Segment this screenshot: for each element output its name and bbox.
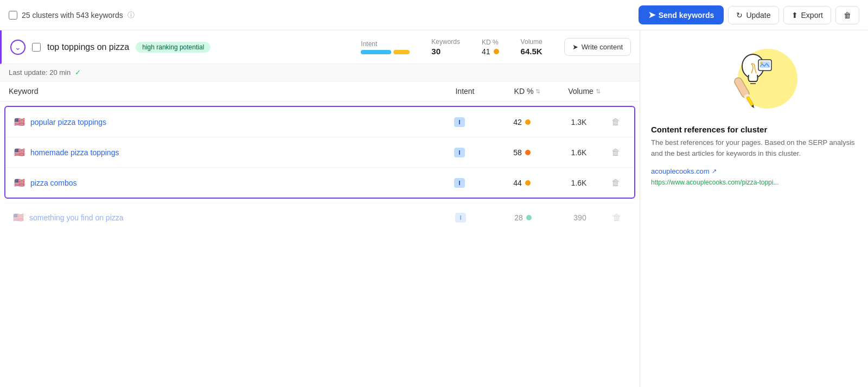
cluster-expand-button[interactable]: ⌄ xyxy=(10,40,25,55)
kd-filter-icon[interactable]: ⇅ xyxy=(535,88,540,95)
ref-url-text: https://www.acouplecooks.com/pizza-toppi… xyxy=(651,179,857,186)
info-icon[interactable]: ⓘ xyxy=(127,10,135,20)
kd-dot-icon xyxy=(525,119,531,125)
intent-badge: I xyxy=(454,148,464,157)
keywords-count: 30 xyxy=(431,47,441,56)
cluster-summary-text: 25 clusters with 543 keywords xyxy=(22,11,123,20)
intent-badge: I xyxy=(454,178,464,188)
kd-column-header: KD % ⇅ xyxy=(497,87,557,96)
intent-cell: I xyxy=(427,148,492,157)
table-row: 🇺🇸 popular pizza toppings I 42 1.3K 🗑 xyxy=(5,107,634,137)
delete-keyword-button[interactable]: 🗑 xyxy=(606,148,626,157)
kd-cell: 44 xyxy=(492,179,552,187)
last-update-bar: Last update: 20 min ✓ xyxy=(0,64,640,81)
delete-keyword-button[interactable]: 🗑 xyxy=(606,117,626,127)
keyword-column-header: Keyword xyxy=(9,87,432,96)
right-panel: Content references for cluster The best … xyxy=(640,30,868,387)
table-row: 🇺🇸 pizza combos I 44 1.6K 🗑 xyxy=(5,168,634,198)
check-icon: ✓ xyxy=(75,68,81,77)
intent-bar-yellow xyxy=(393,50,410,54)
kd-number: 41 xyxy=(482,47,490,56)
content-references-section: Content references for cluster The best … xyxy=(651,125,857,186)
left-panel: ⌄ top toppings on pizza high ranking pot… xyxy=(0,30,640,387)
refresh-icon: ↻ xyxy=(736,11,743,20)
kd-number: 28 xyxy=(514,213,523,222)
intent-cell: I xyxy=(428,213,493,223)
intent-label: Intent xyxy=(361,40,377,48)
cluster-meta: Intent Keywords 30 KD % 41 xyxy=(361,38,631,56)
ref-site-link[interactable]: acouplecooks.com ↗ xyxy=(651,167,857,175)
write-icon: ➤ xyxy=(572,43,578,51)
summary-section: 25 clusters with 543 keywords ⓘ xyxy=(9,10,135,20)
update-button[interactable]: ↻ Update xyxy=(728,6,778,24)
intent-bars xyxy=(361,50,410,54)
kd-label: KD % xyxy=(482,39,499,46)
kd-dot-icon xyxy=(526,215,532,220)
flag-icon: 🇺🇸 xyxy=(14,117,25,127)
intent-cell: I xyxy=(427,117,492,127)
volume-cell: 1.3K xyxy=(552,118,606,126)
kd-cell: 42 xyxy=(492,118,552,126)
main-layout: ⌄ top toppings on pizza high ranking pot… xyxy=(0,30,868,387)
keywords-label: Keywords xyxy=(431,38,460,46)
delete-keyword-button[interactable]: 🗑 xyxy=(607,213,627,223)
content-ref-title: Content references for cluster xyxy=(651,125,857,134)
intent-badge: I xyxy=(455,213,465,223)
kd-cell: 58 xyxy=(492,148,552,157)
illustration-area xyxy=(651,43,857,114)
chevron-down-icon: ⌄ xyxy=(15,43,21,52)
volume-label: Volume xyxy=(521,38,542,46)
top-bar: 25 clusters with 543 keywords ⓘ ➤ Send k… xyxy=(0,0,868,30)
table-header: Keyword Intent KD % ⇅ Volume ⇅ xyxy=(0,81,640,101)
intent-meta: Intent xyxy=(361,40,410,54)
action-buttons: ➤ Send keywords ↻ Update ⬆ Export 🗑 xyxy=(639,5,859,24)
intent-badge: I xyxy=(454,117,464,127)
volume-column-header: Volume ⇅ xyxy=(557,87,611,96)
intent-cell: I xyxy=(427,178,492,188)
cluster-checkbox[interactable] xyxy=(32,43,41,52)
keywords-meta: Keywords 30 xyxy=(431,38,460,56)
export-icon: ⬆ xyxy=(792,11,798,20)
volume-cell: 1.6K xyxy=(552,148,606,157)
svg-point-9 xyxy=(761,62,763,64)
select-all-checkbox[interactable] xyxy=(9,11,17,20)
send-keywords-button[interactable]: ➤ Send keywords xyxy=(639,5,724,24)
kd-value: 41 xyxy=(482,47,499,56)
volume-cell: 1.6K xyxy=(552,179,606,187)
kd-dot-icon xyxy=(525,150,531,155)
high-ranking-badge: high ranking potential xyxy=(136,42,210,53)
kd-cell: 28 xyxy=(493,213,553,222)
last-update-text: Last update: 20 min xyxy=(9,68,71,77)
intent-column-header: Intent xyxy=(432,87,497,96)
volume-filter-icon[interactable]: ⇅ xyxy=(596,88,601,95)
delete-button[interactable]: 🗑 xyxy=(835,6,859,24)
keyword-link[interactable]: something you find on pizza xyxy=(29,213,428,222)
kd-number: 58 xyxy=(513,148,522,157)
kd-number: 42 xyxy=(513,118,522,126)
table-row: 🇺🇸 homemade pizza toppings I 58 1.6K 🗑 xyxy=(5,137,634,168)
external-link-icon: ↗ xyxy=(712,168,717,175)
export-button[interactable]: ⬆ Export xyxy=(783,6,831,24)
flag-icon: 🇺🇸 xyxy=(14,177,25,188)
keyword-link[interactable]: homemade pizza toppings xyxy=(30,148,427,157)
trash-icon: 🗑 xyxy=(844,11,851,20)
flag-icon: 🇺🇸 xyxy=(14,147,25,157)
kd-dot-icon xyxy=(525,180,531,186)
write-content-button[interactable]: ➤ Write content xyxy=(564,38,631,56)
content-ref-desc: The best references for your pages. Base… xyxy=(651,137,857,158)
keyword-link[interactable]: pizza combos xyxy=(30,179,427,187)
keywords-section: 🇺🇸 popular pizza toppings I 42 1.3K 🗑 🇺🇸… xyxy=(4,106,635,199)
flag-icon: 🇺🇸 xyxy=(13,212,24,223)
lightbulb-icon xyxy=(711,43,776,109)
kd-dot-icon xyxy=(494,49,499,54)
table-row-faded: 🇺🇸 something you find on pizza I 28 390 … xyxy=(4,203,635,231)
intent-bar-blue xyxy=(361,50,391,54)
send-arrow-icon: ➤ xyxy=(648,10,655,20)
kd-number: 44 xyxy=(513,179,522,187)
cluster-title: top toppings on pizza xyxy=(47,42,129,52)
volume-cell: 390 xyxy=(553,213,607,222)
illustration-container xyxy=(711,43,797,114)
volume-value: 64.5K xyxy=(521,47,542,56)
delete-keyword-button[interactable]: 🗑 xyxy=(606,178,626,188)
keyword-link[interactable]: popular pizza toppings xyxy=(30,118,427,126)
